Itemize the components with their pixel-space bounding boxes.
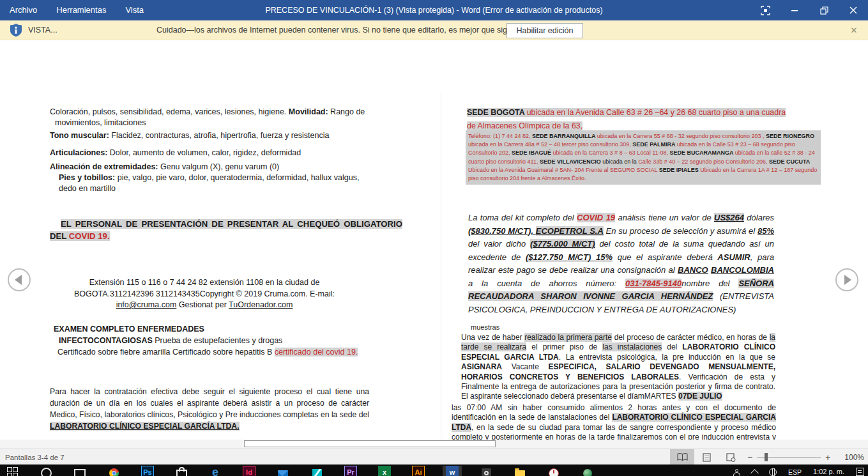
zoom-in-button[interactable]: + (821, 452, 835, 463)
illustrator-icon: Ai (412, 466, 425, 476)
taskbar-illustrator[interactable]: Ai (409, 466, 428, 476)
menu-herramientas[interactable]: Herramientas (47, 0, 116, 20)
photoshop-icon: Ps (141, 466, 154, 476)
taskbar-edge[interactable]: e (206, 466, 225, 476)
tray-people-button[interactable] (733, 466, 740, 476)
minimize-button[interactable] (780, 0, 809, 20)
tray-clock[interactable]: 1:02 p. m. (813, 468, 844, 475)
chevron-up-icon (750, 469, 759, 476)
zoom-slider-thumb[interactable] (765, 453, 768, 461)
paragraph-contacto: Extensión 115 o 116 o 7 44 24 82 extensi… (64, 277, 345, 311)
windows-taskbar: Ps e Id Pr x Ai w ESP 1:02 p. m. (0, 464, 868, 476)
zoom-slider[interactable] (757, 449, 821, 465)
next-screen-button[interactable] (835, 268, 858, 291)
page-indicator[interactable]: Pantallas 3-4 de 7 (5, 454, 65, 461)
horizontal-scrollbar[interactable] (0, 440, 868, 449)
previous-screen-button[interactable] (8, 268, 31, 291)
zoom-out-button[interactable]: − (743, 452, 757, 463)
paragraph-muestras: muestras (471, 322, 499, 333)
paragraph-articulaciones: Articulaciones: Dolor, aumento de volume… (50, 148, 415, 158)
taskbar-video-editor[interactable] (307, 466, 326, 476)
taskbar-paint3d[interactable] (578, 466, 597, 476)
paragraph-kit-covid-pago: La toma del kit completo del COVID 19 an… (468, 211, 774, 316)
task-view-icon (73, 466, 86, 476)
tray-network-button[interactable] (769, 466, 777, 476)
taskbar-chrome[interactable] (104, 466, 123, 476)
excel-icon: x (378, 466, 391, 476)
chrome-icon (107, 466, 120, 476)
taskbar-task-view-button[interactable] (70, 466, 89, 476)
notification-icon (856, 468, 864, 476)
restore-button[interactable] (809, 0, 839, 20)
heading-chequeo-covid: EL PERSONAL DE PRESENTACIÓN DE PRESENTAR… (50, 218, 402, 242)
paragraph-infectocontagiosas: INFECTOCONTAGIOSAS Prueba de estupefacie… (59, 335, 282, 346)
web-layout-button[interactable] (719, 449, 743, 465)
title-bar: Archivo Herramientas Vista PRECESO DE VI… (0, 0, 868, 20)
paragraph-certificados: Certificado sobre fiebre amarilla Certif… (57, 347, 358, 358)
indesign-icon: Id (243, 466, 255, 476)
paragraph-proceso-medico: Una vez de haber realizado la primera pa… (461, 333, 775, 402)
ribbon-display-options-icon[interactable] (750, 0, 780, 20)
paragraph-pies-tobillos: Pies y tobillos: pie, valgo, pie varo, d… (59, 173, 360, 194)
taskbar-store[interactable] (172, 466, 191, 476)
edge-icon: e (209, 466, 222, 476)
acrobat-icon (480, 466, 492, 476)
network-icon (769, 468, 777, 476)
print-layout-icon (703, 453, 711, 462)
taskbar-excel[interactable]: x (375, 466, 394, 476)
store-icon (175, 466, 188, 476)
arrow-right-icon (844, 275, 851, 285)
premiere-icon: Pr (344, 466, 357, 476)
taskbar-acrobat[interactable] (476, 466, 496, 476)
paragraph-sedes-ciudades: Teléfono: (1) 7 44 24 82, SEDE BARRANQUI… (466, 130, 821, 185)
web-layout-icon (726, 453, 736, 462)
search-icon (40, 466, 52, 476)
person-icon (733, 469, 740, 476)
taskbar-file-explorer[interactable] (510, 466, 529, 476)
tray-action-center[interactable] (856, 466, 864, 476)
paragraph-sede-bogota: SEDE BOGOTA ubicada en la Avenida Calle … (467, 106, 796, 133)
taskbar-start-button[interactable] (3, 466, 22, 476)
system-tray: ESP 1:02 p. m. (722, 466, 864, 476)
windows-start-icon (6, 466, 19, 476)
banner-view-label: VISTA... (28, 26, 57, 35)
paragraph-contratacion: Para hacer la contratación efectiva debe… (50, 386, 369, 432)
read-mode-button[interactable] (670, 449, 694, 465)
menu-bar: Archivo Herramientas Vista (0, 0, 153, 20)
video-editor-icon (310, 466, 323, 476)
folder-icon (514, 466, 526, 476)
banner-close-icon[interactable]: ✕ (849, 25, 859, 35)
paragraph-alineacion: Alineación de extremidades: Genu valgum … (50, 162, 415, 173)
mail-icon (277, 466, 289, 476)
menu-vista[interactable]: Vista (116, 0, 153, 20)
read-mode-icon (677, 453, 688, 461)
document-canvas: Coloración, pulsos, sensibilidad, edema,… (0, 40, 868, 440)
menu-archivo[interactable]: Archivo (0, 0, 47, 20)
heading-examen-completo: EXAMEN COMPLETO ENFERMEDADES (54, 324, 204, 335)
clock-icon (547, 466, 560, 476)
zoom-percentage[interactable]: 100% (837, 453, 864, 462)
taskbar-premiere[interactable]: Pr (341, 466, 360, 476)
page-divider (441, 91, 441, 459)
taskbar-word-active[interactable]: w (443, 466, 462, 476)
print-layout-button[interactable] (694, 449, 719, 465)
enable-editing-button[interactable]: Habilitar edición (506, 23, 583, 38)
taskbar-indesign[interactable]: Id (240, 466, 259, 476)
tray-show-hidden-icons[interactable] (752, 466, 758, 476)
taskbar-clock-app[interactable] (544, 466, 563, 476)
close-button[interactable] (839, 0, 868, 20)
taskbar-photoshop[interactable]: Ps (138, 466, 157, 476)
taskbar-mail[interactable] (273, 466, 293, 476)
word-window: Archivo Herramientas Vista PRECESO DE VI… (0, 0, 868, 476)
word-icon: w (446, 466, 459, 476)
paragraph-movilidad: Coloración, pulsos, sensibilidad, edema,… (50, 107, 395, 128)
status-bar: Pantallas 3-4 de 7 − + 100% (0, 449, 868, 465)
window-title: PRECESO DE VINCULACIÓN-1 (3) (Vista prot… (265, 6, 602, 15)
tray-language-indicator[interactable]: ESP (788, 468, 802, 476)
arrow-left-icon (15, 275, 22, 285)
scrollbar-thumb[interactable] (244, 440, 496, 447)
taskbar-search-button[interactable] (36, 466, 56, 476)
protected-view-banner: VISTA... Cuidado—los archivos de Interne… (0, 20, 868, 40)
shield-info-icon (9, 23, 23, 39)
paragraph-tono-muscular: Tono muscular: Flacidez, contracturas, a… (50, 130, 415, 141)
